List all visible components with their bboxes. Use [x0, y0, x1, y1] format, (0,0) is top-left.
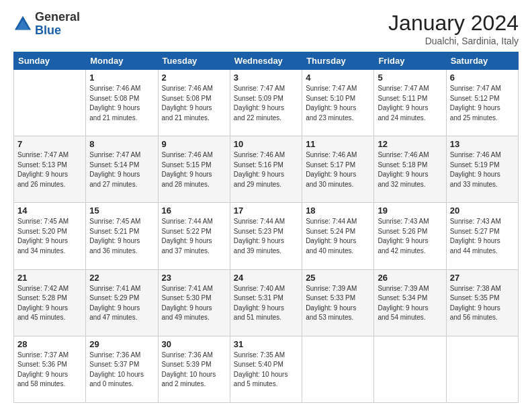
table-row: 10Sunrise: 7:46 AMSunset: 5:16 PMDayligh… — [230, 136, 302, 203]
daylight-text: Daylight: 9 hours — [162, 304, 212, 312]
daylight-text-2: and 36 minutes. — [89, 247, 137, 255]
logo-general-text: General — [35, 11, 80, 24]
sunrise-text: Sunrise: 7:47 AM — [450, 85, 501, 92]
table-row: 23Sunrise: 7:41 AMSunset: 5:30 PMDayligh… — [158, 269, 230, 336]
sunset-text: Sunset: 5:28 PM — [17, 294, 67, 302]
cell-info: Sunrise: 7:47 AMSunset: 5:14 PMDaylight:… — [89, 150, 154, 189]
daylight-text-2: and 49 minutes. — [162, 314, 210, 321]
day-number: 3 — [234, 73, 298, 83]
table-row: 9Sunrise: 7:46 AMSunset: 5:15 PMDaylight… — [158, 136, 230, 203]
daylight-text: Daylight: 9 hours — [89, 104, 140, 111]
table-row: 6Sunrise: 7:47 AMSunset: 5:12 PMDaylight… — [446, 70, 518, 136]
table-row: 19Sunrise: 7:43 AMSunset: 5:26 PMDayligh… — [374, 203, 446, 269]
daylight-text: Daylight: 9 hours — [378, 104, 428, 111]
sunrise-text: Sunrise: 7:47 AM — [306, 85, 357, 92]
sunrise-text: Sunrise: 7:47 AM — [378, 85, 429, 92]
daylight-text-2: and 45 minutes. — [17, 314, 65, 321]
daylight-text-2: and 26 minutes. — [17, 181, 65, 188]
sunrise-text: Sunrise: 7:46 AM — [234, 151, 285, 158]
cell-info: Sunrise: 7:39 AMSunset: 5:34 PMDaylight:… — [378, 284, 442, 323]
table-row: 11Sunrise: 7:46 AMSunset: 5:17 PMDayligh… — [302, 136, 374, 203]
sunrise-text: Sunrise: 7:47 AM — [89, 151, 140, 158]
daylight-text-2: and 2 minutes. — [162, 380, 206, 387]
cell-info: Sunrise: 7:36 AMSunset: 5:39 PMDaylight:… — [162, 351, 226, 390]
day-number: 16 — [162, 205, 226, 216]
sunset-text: Sunset: 5:33 PM — [306, 294, 355, 302]
daylight-text: Daylight: 9 hours — [306, 104, 356, 111]
sunset-text: Sunset: 5:20 PM — [17, 228, 67, 235]
table-row: 8Sunrise: 7:47 AMSunset: 5:14 PMDaylight… — [86, 136, 158, 203]
day-number: 6 — [450, 73, 515, 83]
table-row — [446, 336, 518, 402]
cell-info: Sunrise: 7:35 AMSunset: 5:40 PMDaylight:… — [234, 351, 298, 390]
day-number: 8 — [89, 139, 154, 149]
col-sunday: Sunday — [14, 52, 86, 70]
daylight-text: Daylight: 9 hours — [234, 237, 284, 244]
sunset-text: Sunset: 5:08 PM — [162, 95, 212, 102]
sunset-text: Sunset: 5:35 PM — [450, 294, 500, 302]
table-row: 31Sunrise: 7:35 AMSunset: 5:40 PMDayligh… — [230, 336, 302, 402]
sunrise-text: Sunrise: 7:44 AM — [306, 218, 357, 225]
cell-info: Sunrise: 7:46 AMSunset: 5:18 PMDaylight:… — [378, 150, 442, 189]
sunset-text: Sunset: 5:19 PM — [450, 161, 500, 169]
sunrise-text: Sunrise: 7:47 AM — [234, 85, 285, 92]
daylight-text: Daylight: 9 hours — [89, 237, 140, 244]
day-number: 2 — [162, 73, 226, 83]
sunset-text: Sunset: 5:21 PM — [89, 228, 139, 235]
day-number: 9 — [162, 139, 226, 149]
cell-info: Sunrise: 7:39 AMSunset: 5:33 PMDaylight:… — [306, 284, 370, 323]
sunset-text: Sunset: 5:15 PM — [162, 161, 212, 169]
day-number: 13 — [450, 139, 515, 149]
sunset-text: Sunset: 5:10 PM — [306, 95, 355, 102]
sunrise-text: Sunrise: 7:36 AM — [162, 351, 213, 359]
daylight-text-2: and 56 minutes. — [450, 314, 498, 321]
cell-info: Sunrise: 7:45 AMSunset: 5:20 PMDaylight:… — [17, 217, 82, 256]
sunset-text: Sunset: 5:30 PM — [162, 294, 212, 302]
cell-info: Sunrise: 7:37 AMSunset: 5:36 PMDaylight:… — [17, 351, 82, 390]
sunrise-text: Sunrise: 7:42 AM — [17, 285, 69, 292]
cell-info: Sunrise: 7:40 AMSunset: 5:31 PMDaylight:… — [234, 284, 298, 323]
sunset-text: Sunset: 5:09 PM — [234, 95, 283, 102]
day-number: 28 — [17, 339, 82, 349]
cell-info: Sunrise: 7:46 AMSunset: 5:08 PMDaylight:… — [162, 84, 226, 123]
daylight-text-2: and 22 minutes. — [234, 114, 281, 122]
col-tuesday: Tuesday — [158, 52, 230, 70]
sunrise-text: Sunrise: 7:43 AM — [378, 218, 429, 225]
daylight-text-2: and 5 minutes. — [234, 380, 278, 387]
cell-info: Sunrise: 7:41 AMSunset: 5:30 PMDaylight:… — [162, 284, 226, 323]
calendar-week-row: 7Sunrise: 7:47 AMSunset: 5:13 PMDaylight… — [14, 136, 519, 203]
day-number: 18 — [306, 205, 370, 216]
table-row: 4Sunrise: 7:47 AMSunset: 5:10 PMDaylight… — [302, 70, 374, 136]
header: General Blue January 2024 Dualchi, Sardi… — [13, 11, 519, 46]
daylight-text-2: and 30 minutes. — [306, 181, 353, 188]
daylight-text-2: and 21 minutes. — [162, 114, 210, 122]
sunset-text: Sunset: 5:36 PM — [17, 361, 67, 368]
sunrise-text: Sunrise: 7:45 AM — [17, 218, 69, 225]
logo-blue-text: Blue — [35, 24, 80, 38]
daylight-text: Daylight: 9 hours — [306, 171, 356, 178]
table-row: 24Sunrise: 7:40 AMSunset: 5:31 PMDayligh… — [230, 269, 302, 336]
day-number: 12 — [378, 139, 442, 149]
table-row: 3Sunrise: 7:47 AMSunset: 5:09 PMDaylight… — [230, 70, 302, 136]
daylight-text: Daylight: 9 hours — [162, 104, 212, 111]
sunset-text: Sunset: 5:37 PM — [89, 361, 139, 368]
cell-info: Sunrise: 7:47 AMSunset: 5:09 PMDaylight:… — [234, 84, 298, 123]
table-row: 17Sunrise: 7:44 AMSunset: 5:23 PMDayligh… — [230, 203, 302, 269]
sunrise-text: Sunrise: 7:46 AM — [378, 151, 429, 158]
sunset-text: Sunset: 5:13 PM — [17, 161, 67, 169]
day-number: 4 — [306, 73, 370, 83]
table-row: 28Sunrise: 7:37 AMSunset: 5:36 PMDayligh… — [14, 336, 86, 402]
daylight-text-2: and 27 minutes. — [89, 181, 137, 188]
daylight-text: Daylight: 9 hours — [378, 237, 428, 244]
daylight-text-2: and 33 minutes. — [450, 181, 498, 188]
day-number: 10 — [234, 139, 298, 149]
sunrise-text: Sunrise: 7:46 AM — [89, 85, 140, 92]
table-row: 18Sunrise: 7:44 AMSunset: 5:24 PMDayligh… — [302, 203, 374, 269]
daylight-text-2: and 44 minutes. — [450, 247, 498, 255]
daylight-text-2: and 39 minutes. — [234, 247, 281, 255]
daylight-text: Daylight: 9 hours — [162, 237, 212, 244]
day-number: 5 — [378, 73, 442, 83]
daylight-text-2: and 42 minutes. — [378, 247, 425, 255]
cell-info: Sunrise: 7:42 AMSunset: 5:28 PMDaylight:… — [17, 284, 82, 323]
sunset-text: Sunset: 5:31 PM — [234, 294, 283, 302]
